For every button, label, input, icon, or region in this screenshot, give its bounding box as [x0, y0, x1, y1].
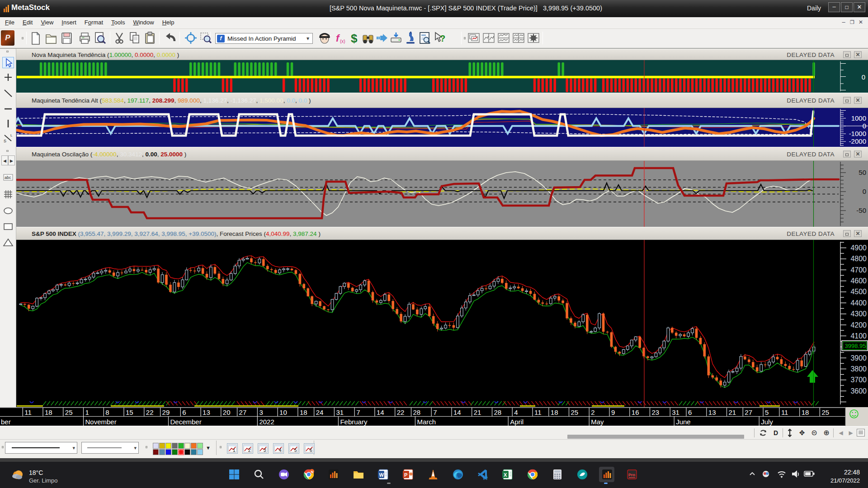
- svg-text:18: 18: [300, 408, 307, 416]
- svg-text:4900: 4900: [850, 244, 867, 252]
- svg-text:9: 9: [611, 408, 615, 416]
- svg-text:S: S: [4, 139, 6, 143]
- svg-text:June: June: [676, 418, 691, 426]
- svg-text:5: 5: [765, 408, 769, 416]
- svg-text:25: 25: [65, 408, 73, 416]
- svg-text:13: 13: [708, 408, 716, 416]
- svg-text:3900: 3900: [850, 354, 867, 362]
- svg-text:50: 50: [859, 169, 866, 176]
- svg-text:16: 16: [632, 408, 639, 416]
- svg-text:(x): (x): [340, 39, 345, 44]
- svg-text:18: 18: [45, 408, 52, 416]
- svg-text:abc: abc: [5, 175, 11, 180]
- svg-text:11: 11: [24, 408, 32, 416]
- svg-text:2: 2: [591, 408, 594, 416]
- svg-text:7: 7: [356, 408, 360, 416]
- svg-text:{⋅}: {⋅}: [483, 475, 488, 480]
- svg-text:20: 20: [223, 408, 231, 416]
- svg-text:10: 10: [279, 408, 287, 416]
- svg-text:December: December: [170, 418, 202, 426]
- svg-text:March: March: [417, 418, 436, 426]
- svg-text:4500: 4500: [850, 288, 867, 296]
- svg-text:6: 6: [688, 408, 692, 416]
- svg-text:18: 18: [551, 408, 558, 416]
- svg-text:13: 13: [203, 408, 210, 416]
- svg-text:July: July: [761, 418, 773, 426]
- svg-text:4800: 4800: [850, 255, 867, 263]
- svg-text:Pro: Pro: [628, 473, 636, 477]
- svg-text:February: February: [340, 418, 368, 426]
- svg-text:25: 25: [571, 408, 579, 416]
- svg-text:6: 6: [182, 408, 186, 416]
- svg-text:3600: 3600: [850, 387, 867, 395]
- svg-text:4: 4: [514, 408, 518, 416]
- svg-text:1000: 1000: [851, 114, 866, 122]
- svg-text:24: 24: [316, 408, 324, 416]
- svg-text:31: 31: [336, 408, 344, 416]
- svg-text:11: 11: [781, 408, 788, 416]
- svg-text:15: 15: [126, 408, 133, 416]
- svg-text:3: 3: [264, 448, 266, 453]
- svg-text:May: May: [591, 418, 604, 426]
- svg-text:P: P: [404, 472, 407, 478]
- svg-text:0: 0: [862, 73, 865, 81]
- svg-text:N: N: [311, 470, 314, 474]
- svg-text:-2000: -2000: [849, 137, 866, 145]
- svg-text:14: 14: [377, 408, 384, 416]
- svg-text:22: 22: [397, 408, 405, 416]
- svg-text:-1000: -1000: [849, 130, 866, 137]
- svg-text:2: 2: [248, 448, 251, 453]
- svg-text:22: 22: [146, 408, 154, 416]
- svg-text:-50: -50: [856, 206, 866, 214]
- svg-text:21: 21: [729, 408, 736, 416]
- svg-text:25: 25: [821, 408, 829, 416]
- svg-text:3800: 3800: [850, 365, 867, 373]
- svg-text:2022: 2022: [259, 418, 274, 426]
- svg-text:4400: 4400: [850, 299, 867, 307]
- svg-text:November: November: [85, 418, 117, 426]
- svg-text:3998.95: 3998.95: [845, 343, 866, 349]
- svg-text:29: 29: [162, 408, 170, 416]
- svg-text:4600: 4600: [850, 277, 867, 285]
- svg-text:April: April: [510, 418, 524, 426]
- svg-text:14: 14: [453, 408, 461, 416]
- svg-text:18: 18: [802, 408, 809, 416]
- svg-text:28: 28: [413, 408, 421, 416]
- svg-text:3700: 3700: [850, 376, 867, 384]
- svg-text:?: ?: [440, 33, 445, 43]
- svg-text:4700: 4700: [850, 266, 867, 274]
- svg-text:$: $: [351, 32, 358, 45]
- svg-text:4100: 4100: [850, 332, 867, 340]
- svg-text:3: 3: [259, 408, 263, 416]
- svg-text:23: 23: [652, 408, 660, 416]
- svg-text:X: X: [504, 472, 507, 478]
- svg-text:7: 7: [433, 408, 437, 416]
- svg-text:4200: 4200: [850, 321, 867, 329]
- svg-text:8: 8: [105, 408, 109, 416]
- svg-text:27: 27: [239, 408, 247, 416]
- svg-text:ber: ber: [1, 418, 11, 426]
- svg-text:1: 1: [233, 448, 236, 453]
- svg-text:31: 31: [672, 408, 679, 416]
- svg-text:21: 21: [474, 408, 481, 416]
- svg-text:5: 5: [294, 448, 297, 453]
- svg-text:4300: 4300: [850, 310, 867, 318]
- svg-text:1: 1: [85, 408, 89, 416]
- svg-text:L: L: [10, 133, 13, 137]
- svg-text:0: 0: [863, 188, 866, 195]
- svg-text:11: 11: [534, 408, 542, 416]
- svg-text:6: 6: [310, 448, 312, 453]
- svg-text:0: 0: [863, 122, 866, 130]
- svg-text:W: W: [379, 472, 384, 478]
- svg-text:28: 28: [494, 408, 502, 416]
- svg-text:27: 27: [745, 408, 752, 416]
- svg-text:4: 4: [279, 448, 282, 453]
